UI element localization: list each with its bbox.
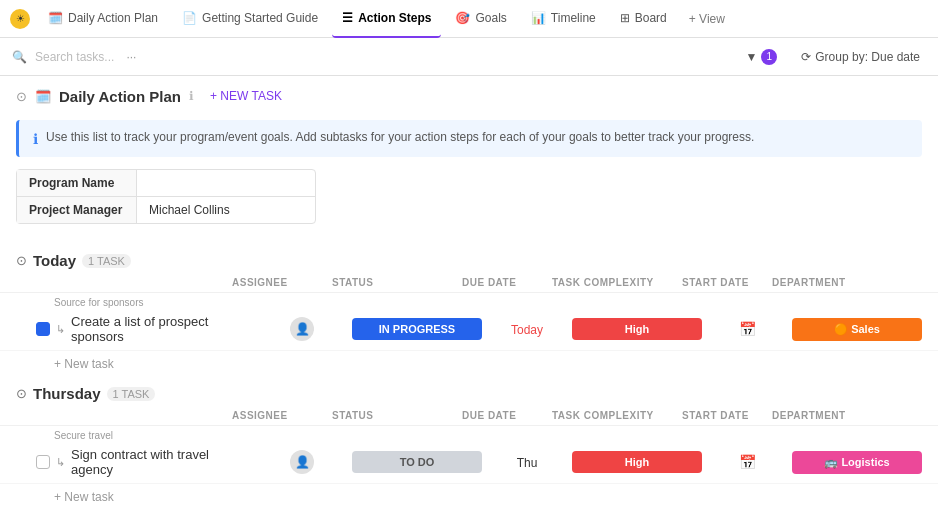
department-cell: 🟠 Sales (792, 318, 922, 341)
tab-icon: 🎯 (455, 11, 470, 25)
tab-label: Getting Started Guide (202, 11, 318, 25)
search-right: ▼ 1 ⟳ Group by: Due date (739, 46, 926, 68)
task-name[interactable]: Create a list of prospect sponsors (71, 314, 252, 344)
thursday-task-count: 1 TASK (107, 387, 156, 401)
complexity-cell: High (572, 451, 702, 473)
complexity-cell: High (572, 318, 702, 340)
add-view-button[interactable]: + View (681, 8, 733, 30)
start-date-cell[interactable]: 📅 (702, 321, 792, 337)
tab-timeline[interactable]: 📊 Timeline (521, 0, 606, 38)
status-cell[interactable]: TO DO (352, 451, 482, 473)
department-badge[interactable]: 🟠 Sales (792, 318, 922, 341)
info-banner-text: Use this list to track your program/even… (46, 130, 754, 144)
status-badge[interactable]: TO DO (352, 451, 482, 473)
main-content: ⊙ 🗓️ Daily Action Plan ℹ + NEW TASK ℹ Us… (0, 76, 938, 508)
assignee-avatar[interactable]: 👤 (290, 450, 314, 474)
add-view-label: + View (689, 12, 725, 26)
thursday-toggle-icon[interactable]: ⊙ (16, 386, 27, 401)
project-key: Project Manager (17, 197, 137, 223)
thursday-title: Thursday (33, 385, 101, 402)
status-badge[interactable]: IN PROGRESS (352, 318, 482, 340)
th-due-date: DUE DATE (462, 277, 552, 288)
task-name-cell: ↳ Create a list of prospect sponsors (16, 314, 252, 344)
filter-button[interactable]: ▼ 1 (739, 46, 783, 68)
more-options-icon[interactable]: ··· (126, 50, 136, 64)
new-task-button[interactable]: + NEW TASK (202, 86, 290, 106)
thursday-task-row: ↳ Sign contract with travel agency 👤 TO … (0, 441, 938, 484)
project-info-table: Program Name Project Manager Michael Col… (16, 169, 316, 224)
task-name[interactable]: Sign contract with travel agency (71, 447, 252, 477)
tab-label: Board (635, 11, 667, 25)
tab-icon: 📄 (182, 11, 197, 25)
thursday-task-group: Secure travel ↳ Sign contract with trave… (0, 426, 938, 508)
project-value[interactable] (137, 170, 161, 196)
th-department: DEPARTMENT (772, 410, 902, 421)
department-cell: 🚌 Logistics (792, 451, 922, 474)
th-status: STATUS (332, 410, 462, 421)
today-toggle-icon[interactable]: ⊙ (16, 253, 27, 268)
due-date-cell: Today (482, 322, 572, 337)
tab-action-steps[interactable]: ☰ Action Steps (332, 0, 441, 38)
tab-icon: ⊞ (620, 11, 630, 25)
th-complexity: TASK COMPLEXITY (552, 410, 682, 421)
app-logo: ☀ (10, 9, 30, 29)
thursday-subtask-label: Secure travel (0, 426, 938, 441)
start-date-cell[interactable]: 📅 (702, 454, 792, 470)
search-bar: 🔍 Search tasks... ··· ▼ 1 ⟳ Group by: Du… (0, 38, 938, 76)
collapse-icon[interactable]: ⊙ (16, 89, 27, 104)
tab-board[interactable]: ⊞ Board (610, 0, 677, 38)
department-badge[interactable]: 🚌 Logistics (792, 451, 922, 474)
subtask-icon: ↳ (56, 456, 65, 469)
assignee-cell: 👤 (252, 450, 352, 474)
info-icon: ℹ (33, 131, 38, 147)
project-row: Project Manager Michael Collins (17, 197, 315, 223)
today-task-group: Source for sponsors ↳ Create a list of p… (0, 293, 938, 377)
project-value[interactable]: Michael Collins (137, 197, 242, 223)
th-status: STATUS (332, 277, 462, 288)
th-start-date: START DATE (682, 277, 772, 288)
th-due-date: DUE DATE (462, 410, 552, 421)
project-row: Program Name (17, 170, 315, 197)
status-cell[interactable]: IN PROGRESS (352, 318, 482, 340)
assignee-cell: 👤 (252, 317, 352, 341)
info-icon: ℹ (189, 89, 194, 103)
page-header: ⊙ 🗓️ Daily Action Plan ℹ + NEW TASK (0, 76, 938, 110)
complexity-badge: High (572, 451, 702, 473)
thursday-section-header: ⊙ Thursday 1 TASK (0, 377, 938, 406)
page-title: Daily Action Plan (59, 88, 181, 105)
th-complexity: TASK COMPLEXITY (552, 277, 682, 288)
group-by-button[interactable]: ⟳ Group by: Due date (795, 47, 926, 67)
today-subtask-label: Source for sponsors (0, 293, 938, 308)
task-checkbox[interactable] (36, 455, 50, 469)
task-checkbox[interactable] (36, 322, 50, 336)
tab-label: Daily Action Plan (68, 11, 158, 25)
new-task-label: + NEW TASK (210, 89, 282, 103)
search-left: 🔍 Search tasks... ··· (12, 50, 136, 64)
complexity-badge: High (572, 318, 702, 340)
due-date-value: Today (511, 323, 543, 337)
tab-icon: ☰ (342, 11, 353, 25)
th-task (36, 410, 232, 421)
group-icon: ⟳ (801, 50, 811, 64)
filter-icon: ▼ (745, 50, 757, 64)
calendar-icon: 📅 (739, 321, 756, 337)
search-input[interactable]: Search tasks... (35, 50, 114, 64)
calendar-icon: 📅 (739, 454, 756, 470)
today-task-count: 1 TASK (82, 254, 131, 268)
page-icon: 🗓️ (35, 89, 51, 104)
assignee-avatar[interactable]: 👤 (290, 317, 314, 341)
th-start-date: START DATE (682, 410, 772, 421)
tab-icon: 📊 (531, 11, 546, 25)
due-date-cell: Thu (482, 455, 572, 470)
info-banner: ℹ Use this list to track your program/ev… (16, 120, 922, 157)
today-new-task[interactable]: + New task (0, 351, 938, 377)
tab-getting-started[interactable]: 📄 Getting Started Guide (172, 0, 328, 38)
tab-goals[interactable]: 🎯 Goals (445, 0, 516, 38)
subtask-icon: ↳ (56, 323, 65, 336)
tab-daily-action-plan[interactable]: 🗓️ Daily Action Plan (38, 0, 168, 38)
search-icon: 🔍 (12, 50, 27, 64)
today-title: Today (33, 252, 76, 269)
thursday-table-header: ASSIGNEE STATUS DUE DATE TASK COMPLEXITY… (0, 406, 938, 426)
due-date-value: Thu (517, 456, 538, 470)
thursday-new-task[interactable]: + New task (0, 484, 938, 508)
